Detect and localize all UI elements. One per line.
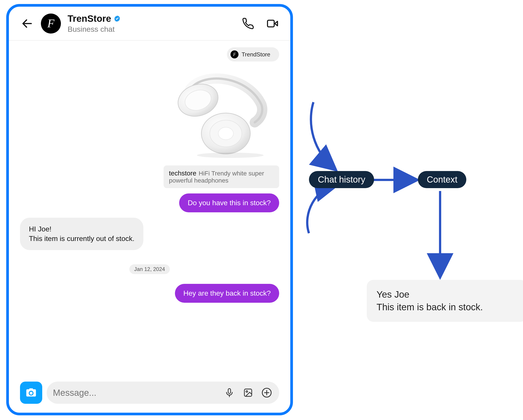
compose-bar bbox=[47, 381, 279, 404]
camera-icon bbox=[25, 387, 37, 398]
svg-point-7 bbox=[218, 127, 233, 140]
outgoing-message[interactable]: Do you have this in stock? bbox=[179, 193, 279, 212]
svg-point-8 bbox=[197, 153, 264, 158]
chat-header: F TrenStore Business chat bbox=[9, 7, 290, 41]
message-input[interactable] bbox=[53, 388, 217, 398]
conversation-area: F TrendStore bbox=[9, 41, 290, 305]
svg-rect-11 bbox=[245, 389, 252, 396]
phone-icon bbox=[242, 17, 254, 30]
store-subtitle: Business chat bbox=[68, 25, 235, 33]
response-line1: Yes Joe bbox=[376, 289, 409, 300]
incoming-line2: This item is currently out of stock. bbox=[29, 234, 134, 243]
product-image[interactable] bbox=[163, 67, 279, 160]
voice-call-button[interactable] bbox=[241, 17, 255, 30]
response-line2: This item is back in stock. bbox=[376, 301, 517, 314]
store-name: TrenStore bbox=[68, 13, 111, 24]
arrow-left-icon bbox=[21, 17, 33, 30]
shared-store-card[interactable]: F TrendStore bbox=[227, 47, 279, 62]
chat-phone-frame: F TrenStore Business chat F bbox=[6, 4, 293, 415]
product-description-card[interactable]: techstore HiFi Trendy white super powerf… bbox=[163, 166, 279, 188]
svg-rect-9 bbox=[228, 389, 231, 394]
incoming-line1: HI Joe! bbox=[29, 225, 51, 233]
mic-icon bbox=[224, 388, 234, 397]
image-button[interactable] bbox=[242, 387, 254, 399]
add-button[interactable] bbox=[261, 387, 273, 399]
flow-diagram: Chat history Context Yes Joe This item i… bbox=[300, 93, 518, 315]
video-call-button[interactable] bbox=[266, 17, 279, 30]
incoming-message[interactable]: HI Joe! This item is currently out of st… bbox=[20, 218, 143, 250]
store-avatar[interactable]: F bbox=[41, 14, 61, 33]
product-brand: techstore bbox=[169, 169, 196, 177]
assistant-response: Yes Joe This item is back in stock. bbox=[367, 280, 523, 322]
image-icon bbox=[243, 388, 253, 397]
avatar-initial: F bbox=[47, 17, 54, 30]
back-button[interactable] bbox=[20, 16, 34, 31]
shared-store-name: TrendStore bbox=[242, 51, 270, 58]
headphones-icon bbox=[163, 67, 279, 160]
header-title-col: TrenStore Business chat bbox=[68, 13, 235, 33]
video-icon bbox=[266, 17, 279, 30]
verified-badge-icon bbox=[113, 15, 121, 23]
svg-marker-2 bbox=[275, 21, 278, 26]
store-avatar-small: F bbox=[230, 50, 238, 58]
svg-point-12 bbox=[246, 391, 248, 392]
composer bbox=[20, 381, 279, 404]
node-context: Context bbox=[418, 171, 466, 188]
plus-circle-icon bbox=[262, 387, 272, 398]
svg-rect-1 bbox=[268, 20, 274, 27]
date-divider: Jan 12, 2024 bbox=[129, 264, 170, 274]
camera-button[interactable] bbox=[20, 381, 42, 404]
mic-button[interactable] bbox=[223, 387, 236, 399]
node-chat-history: Chat history bbox=[309, 171, 374, 188]
outgoing-message[interactable]: Hey are they back in stock? bbox=[175, 284, 279, 303]
